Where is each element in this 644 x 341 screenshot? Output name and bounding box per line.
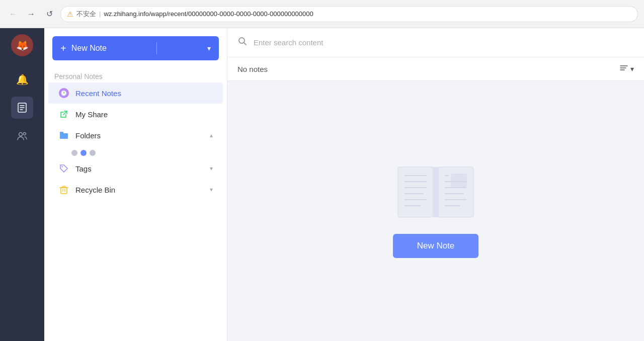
folders-label: Folders bbox=[75, 131, 204, 140]
no-notes-label: No notes bbox=[237, 65, 268, 73]
recycle-bin-icon bbox=[58, 184, 69, 195]
insecure-label: 不安全 bbox=[76, 10, 96, 19]
tags-icon bbox=[58, 163, 69, 174]
my-share-label: My Share bbox=[75, 110, 213, 119]
notes-header: No notes ▾ bbox=[227, 57, 644, 81]
svg-point-5 bbox=[24, 133, 26, 135]
svg-rect-18 bbox=[398, 167, 433, 217]
svg-rect-25 bbox=[433, 167, 438, 217]
browser-chrome: ← → ↺ ⚠ 不安全 | wz.zhihang.info/wapp/recen… bbox=[0, 0, 644, 28]
tags-chevron-icon: ▾ bbox=[210, 165, 213, 172]
warning-icon: ⚠ bbox=[67, 10, 73, 18]
sort-button[interactable]: ▾ bbox=[619, 63, 634, 74]
url-text: wz.zhihang.info/wapp/recent/00000000-000… bbox=[104, 10, 313, 18]
sidebar-item-recent-notes[interactable]: 🕐 Recent Notes bbox=[48, 82, 223, 104]
svg-rect-7 bbox=[60, 133, 68, 139]
sidebar-item-my-share[interactable]: My Share bbox=[48, 104, 223, 125]
back-button[interactable]: ← bbox=[6, 7, 20, 21]
svg-rect-9 bbox=[61, 188, 67, 194]
folder-dot-1 bbox=[71, 150, 77, 156]
clock-icon: 🕐 bbox=[59, 88, 69, 98]
svg-point-8 bbox=[61, 166, 62, 167]
divider bbox=[156, 42, 157, 54]
search-icon bbox=[237, 36, 248, 49]
bell-icon-button[interactable]: 🔔 bbox=[11, 68, 33, 91]
notes-icon-button[interactable] bbox=[11, 97, 33, 119]
chevron-down-icon: ▾ bbox=[207, 44, 211, 52]
plus-icon: + bbox=[60, 43, 66, 54]
sort-chevron-icon: ▾ bbox=[630, 65, 634, 73]
search-bar bbox=[227, 28, 644, 57]
svg-point-4 bbox=[19, 133, 23, 136]
address-bar[interactable]: ⚠ 不安全 | wz.zhihang.info/wapp/recent/0000… bbox=[60, 6, 638, 22]
folder-dot-2 bbox=[80, 150, 87, 156]
sidebar-item-recycle-bin[interactable]: Recycle Bin ▾ bbox=[48, 179, 223, 200]
forward-button[interactable]: → bbox=[24, 7, 38, 21]
chevron-up-icon: ▴ bbox=[210, 132, 213, 139]
share-icon bbox=[58, 109, 69, 120]
new-note-btn-left: + New Note bbox=[60, 43, 107, 54]
sidebar-item-tags[interactable]: Tags ▾ bbox=[48, 158, 223, 179]
separator: | bbox=[99, 10, 101, 18]
personal-notes-label: Personal Notes bbox=[44, 68, 227, 82]
content-area: No notes ▾ bbox=[227, 28, 644, 341]
avatar[interactable]: 🦊 bbox=[11, 34, 33, 56]
recycle-chevron-icon: ▾ bbox=[210, 186, 213, 193]
recycle-bin-label: Recycle Bin bbox=[75, 186, 204, 194]
main-sidebar: + New Note ▾ Personal Notes 🕐 Recent Not… bbox=[44, 28, 227, 341]
tags-label: Tags bbox=[75, 164, 204, 173]
icon-sidebar: 🦊 🔔 bbox=[0, 28, 44, 341]
app-layout: 🦊 🔔 + New Note ▾ bbox=[0, 28, 644, 341]
folder-dots bbox=[44, 146, 227, 158]
new-note-label: New Note bbox=[71, 44, 107, 53]
folders-icon bbox=[58, 130, 69, 141]
sidebar-item-folders[interactable]: Folders ▴ bbox=[48, 125, 223, 146]
search-input[interactable] bbox=[254, 38, 634, 47]
people-icon-button[interactable] bbox=[11, 125, 33, 147]
reload-button[interactable]: ↺ bbox=[42, 7, 56, 21]
notebook-illustration bbox=[395, 164, 476, 220]
new-note-button[interactable]: + New Note ▾ bbox=[52, 36, 219, 60]
svg-line-14 bbox=[244, 43, 247, 45]
folder-dot-3 bbox=[90, 150, 96, 156]
recent-notes-label: Recent Notes bbox=[75, 89, 213, 98]
svg-rect-27 bbox=[451, 174, 467, 188]
empty-state: New Note bbox=[227, 81, 644, 341]
recent-notes-icon: 🕐 bbox=[58, 88, 69, 99]
sort-icon bbox=[619, 63, 628, 74]
new-note-center-button[interactable]: New Note bbox=[393, 234, 479, 258]
